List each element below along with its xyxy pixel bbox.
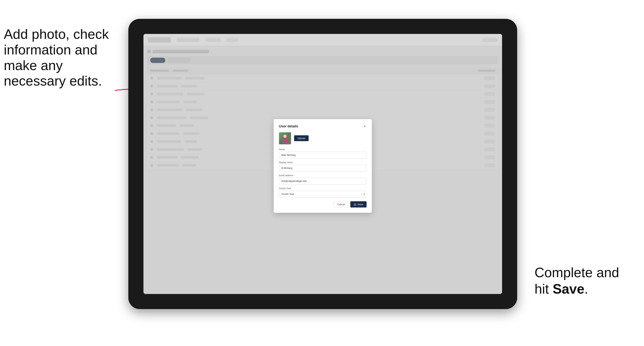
- save-button[interactable]: Save: [350, 201, 366, 207]
- email-field-group: Email address: [279, 174, 366, 184]
- person-head: [283, 135, 287, 138]
- email-label: Email address: [279, 174, 366, 177]
- modal-overlay: User details ✕: [144, 34, 502, 294]
- photo-upload-row: Upload: [279, 132, 366, 144]
- school-year-select-wrapper[interactable]: Fourth Year × ▲ ▼: [279, 191, 366, 197]
- school-year-field-group: School Year Fourth Year × ▲ ▼: [279, 187, 366, 197]
- right-annotation: Complete and hit Save.: [534, 264, 633, 297]
- modal-title-bar: User details ✕: [279, 124, 366, 129]
- user-details-modal: User details ✕: [274, 119, 372, 213]
- display-name-label: Display name: [279, 161, 366, 164]
- person-body: [282, 139, 288, 142]
- school-year-label: School Year: [279, 187, 366, 190]
- chevron-updown-icon: ▲ ▼: [363, 192, 365, 196]
- modal-title: User details: [279, 124, 298, 128]
- save-icon: [354, 203, 356, 206]
- left-annotation: Add photo, check information and make an…: [4, 26, 110, 89]
- close-button[interactable]: ✕: [362, 124, 366, 129]
- school-year-select[interactable]: Fourth Year: [279, 191, 366, 197]
- email-input[interactable]: [279, 178, 366, 184]
- person-shape: [282, 135, 288, 142]
- photo-thumbnail: [279, 132, 291, 144]
- modal-footer: Cancel Save: [279, 201, 366, 207]
- display-name-field-group: Display name: [279, 161, 366, 172]
- name-input[interactable]: [279, 152, 366, 159]
- app-background: User details ✕: [144, 34, 502, 294]
- cancel-button[interactable]: Cancel: [334, 201, 348, 207]
- school-year-value: Fourth Year: [282, 193, 294, 195]
- name-field-group: Name: [279, 148, 366, 159]
- select-icons: × ▲ ▼: [361, 192, 365, 196]
- name-label: Name: [279, 148, 366, 151]
- select-clear-icon[interactable]: ×: [361, 193, 362, 196]
- display-name-input[interactable]: [279, 165, 366, 172]
- tablet-device: User details ✕: [128, 19, 517, 309]
- tablet-screen: User details ✕: [144, 34, 502, 294]
- photo-preview: [279, 132, 291, 144]
- upload-button[interactable]: Upload: [294, 135, 308, 141]
